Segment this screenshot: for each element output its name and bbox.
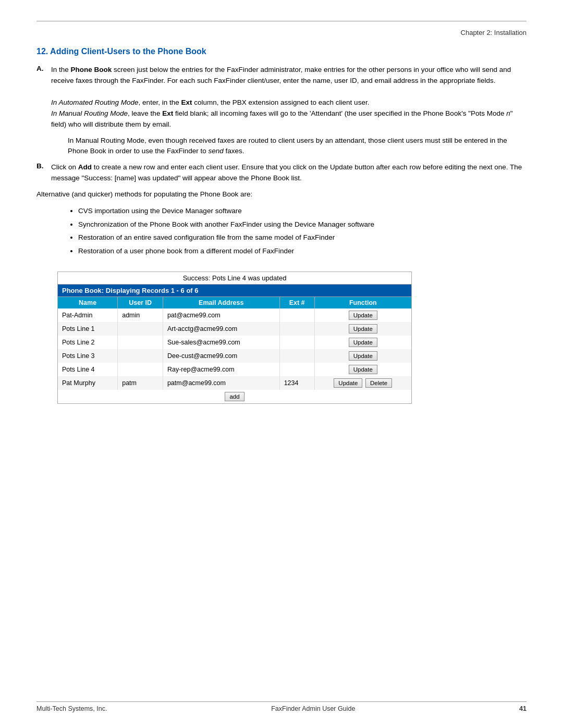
cell-email: Art-acctg@acme99.com [163,322,279,336]
col-userid: User ID [118,297,163,309]
para-a-label: A. [36,65,47,72]
phonebook-table: Name User ID Email Address Ext # Functio… [58,297,411,403]
col-email: Email Address [163,297,279,309]
cell-ext [279,309,314,322]
indented-text2: faxes. [224,147,244,155]
alt-methods-text: Alternative (and quicker) methods for po… [36,189,527,200]
indented-para: In Manual Routing Mode, even though rece… [68,135,527,157]
cell-function: Update [314,322,411,336]
update-button[interactable]: Update [334,378,362,388]
cell-name: Pots Line 3 [58,349,118,363]
table-row: Pots Line 4 Ray-rep@acme99.com Update [58,363,411,376]
cell-name: Pots Line 1 [58,322,118,336]
phonebook-container: Success: Pots Line 4 was updated Phone B… [57,272,412,404]
section-title-text: Adding Client-Users to the Phone Book [50,47,206,56]
update-button[interactable]: Update [349,311,377,320]
cell-name: Pat Murphy [58,376,118,390]
send-italic: send [208,147,223,155]
indented-text1: In Manual Routing Mode, even though rece… [68,137,507,155]
section-number: 12. [36,47,48,56]
list-item: Restoration of an entire saved configura… [78,232,527,243]
cell-name: Pots Line 4 [58,363,118,376]
phonebook-bold: Phone Book [71,66,112,73]
list-item: Restoration of a user phone book from a … [78,245,527,257]
cell-name: Pat-Admin [58,309,118,322]
ext-bold: Ext [181,98,192,106]
page-footer: Multi-Tech Systems, Inc. FaxFinder Admin… [36,701,527,712]
update-button[interactable]: Update [349,351,377,361]
cell-userid: patm [118,376,163,390]
cell-userid [118,349,163,363]
cell-ext [279,336,314,349]
update-button[interactable]: Update [349,324,377,334]
cell-function: Update [314,349,411,363]
list-item: Synchronization of the Phone Book with a… [78,219,527,230]
para-a-italic3: n [506,109,510,117]
footer-left: Multi-Tech Systems, Inc. [36,705,107,712]
cell-userid [118,322,163,336]
cell-ext [279,363,314,376]
footer-page-number: 41 [519,705,527,712]
update-button[interactable]: Update [349,338,377,347]
cell-userid: admin [118,309,163,322]
add-row: add [58,390,411,403]
col-function: Function [314,297,411,309]
phonebook-title: Phone Book: Displaying Records 1 - 6 of … [58,285,411,297]
para-a-italic2: In Manual Routing Mode [51,109,128,117]
cell-ext: 1234 [279,376,314,390]
col-name: Name [58,297,118,309]
para-b-text1: Click on [51,163,78,171]
section-heading: 12. Adding Client-Users to the Phone Boo… [36,47,527,56]
cell-userid [118,363,163,376]
para-a-text2: , enter, in the [139,98,181,106]
table-header-row: Name User ID Email Address Ext # Functio… [58,297,411,309]
success-message: Success: Pots Line 4 was updated [58,272,411,285]
cell-function: Update [314,309,411,322]
extfield-bold: Ext [162,109,173,117]
add-bold: Add [78,163,92,171]
add-button[interactable]: add [225,392,244,401]
bullet-list: CVS importation using the Device Manager… [78,205,527,256]
cell-email: Dee-cust@acme99.com [163,349,279,363]
para-a-text1: screen just below the entries for the Fa… [51,66,511,84]
chapter-title: Chapter 2: Installation [36,29,527,36]
footer-center: FaxFinder Admin User Guide [271,705,355,712]
cell-email: Sue-sales@acme99.com [163,336,279,349]
table-row: Pots Line 1 Art-acctg@acme99.com Update [58,322,411,336]
cell-name: Pots Line 2 [58,336,118,349]
cell-email: pat@acme99.com [163,309,279,322]
col-ext: Ext # [279,297,314,309]
cell-ext [279,349,314,363]
cell-function: Update Delete [314,376,411,390]
table-row: Pots Line 2 Sue-sales@acme99.com Update [58,336,411,349]
para-a-text3: column, the PBX extension assigned to ea… [192,98,369,106]
table-row: Pat-Admin admin pat@acme99.com Update [58,309,411,322]
update-button[interactable]: Update [349,365,377,374]
cell-ext [279,322,314,336]
cell-function: Update [314,363,411,376]
para-a-text4: , leave the [128,109,162,117]
cell-function: Update [314,336,411,349]
delete-button[interactable]: Delete [365,378,392,388]
para-a-intro: In the [51,66,71,73]
list-item: CVS importation using the Device Manager… [78,205,527,217]
para-a-content: In the Phone Book screen just below the … [51,65,527,130]
para-b-text2: to create a new row and enter each clien… [51,163,522,182]
cell-email: patm@acme99.com [163,376,279,390]
para-b-label: B. [36,162,47,170]
cell-userid [118,336,163,349]
para-a-text5: field blank; all incoming faxes will go … [173,109,506,117]
cell-email: Ray-rep@acme99.com [163,363,279,376]
add-cell: add [58,390,411,403]
para-a-italic1: In Automated Routing Mode [51,98,139,106]
para-b-content: Click on Add to create a new row and ent… [51,162,527,184]
table-row: Pots Line 3 Dee-cust@acme99.com Update [58,349,411,363]
table-row: Pat Murphy patm patm@acme99.com 1234 Upd… [58,376,411,390]
